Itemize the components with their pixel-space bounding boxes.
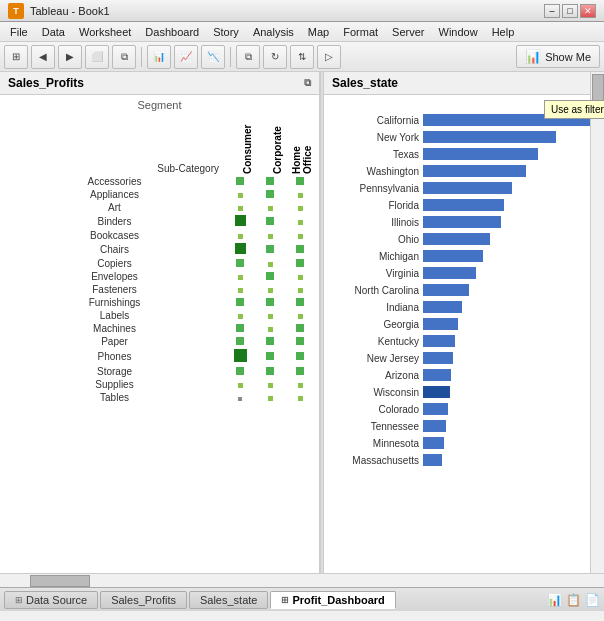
toolbar-forward[interactable]: ▶ [58, 45, 82, 69]
toolbar-duplicate[interactable]: ⧉ [112, 45, 136, 69]
right-panel-header: Sales_state [324, 72, 604, 95]
menu-story[interactable]: Story [207, 24, 245, 40]
bar-fill[interactable] [423, 250, 483, 262]
bar-background [423, 165, 600, 177]
profit-dot [268, 314, 273, 319]
close-button[interactable]: ✕ [580, 4, 596, 18]
toolbar-filter[interactable]: ⧉ [236, 45, 260, 69]
new-story-icon[interactable]: 📄 [585, 593, 600, 607]
menu-window[interactable]: Window [433, 24, 484, 40]
dot-cell [255, 188, 285, 201]
tab-sales-state-label: Sales_state [200, 594, 257, 606]
tab-profit-dashboard[interactable]: ⊞ Profit_Dashboard [270, 591, 395, 609]
bar-fill[interactable] [423, 369, 451, 381]
app-window: T Tableau - Book1 – □ ✕ File Data Worksh… [0, 0, 604, 621]
sub-cat-cell: Art [4, 201, 225, 214]
external-link-icon[interactable]: ⧉ [304, 77, 311, 89]
profit-dot [298, 314, 303, 319]
tab-data-source[interactable]: ⊞ Data Source [4, 591, 98, 609]
bar-label: California [328, 115, 423, 126]
bar-fill[interactable] [423, 420, 446, 432]
menu-worksheet[interactable]: Worksheet [73, 24, 137, 40]
bar-fill[interactable] [423, 403, 448, 415]
bar-label: Michigan [328, 251, 423, 262]
toolbar-save[interactable]: ⊞ [4, 45, 28, 69]
menu-dashboard[interactable]: Dashboard [139, 24, 205, 40]
col-home-office: Home Office [285, 115, 315, 175]
bar-fill[interactable] [423, 182, 512, 194]
bar-fill[interactable] [423, 267, 476, 279]
bar-fill[interactable] [423, 335, 455, 347]
bar-fill[interactable] [423, 216, 501, 228]
toolbar-sort[interactable]: ⇅ [290, 45, 314, 69]
table-row: Fasteners [4, 283, 315, 296]
toolbar-chart3[interactable]: 📉 [201, 45, 225, 69]
minimize-button[interactable]: – [544, 4, 560, 18]
dot-cell [255, 242, 285, 257]
profit-dot [236, 298, 244, 306]
sub-cat-cell: Bookcases [4, 229, 225, 242]
menu-map[interactable]: Map [302, 24, 335, 40]
dot-cell [255, 214, 285, 229]
tab-sales-profits[interactable]: Sales_Profits [100, 591, 187, 609]
bar-background [423, 454, 600, 466]
menu-data[interactable]: Data [36, 24, 71, 40]
menu-server[interactable]: Server [386, 24, 430, 40]
toolbar-present[interactable]: ▷ [317, 45, 341, 69]
show-me-button[interactable]: 📊 Show Me [516, 45, 600, 68]
toolbar-new-sheet[interactable]: ⬜ [85, 45, 109, 69]
sub-cat-cell: Tables [4, 391, 225, 404]
bar-fill[interactable] [423, 131, 556, 143]
bar-fill[interactable] [423, 301, 462, 313]
loss-dot [238, 397, 242, 401]
new-sheet-icon[interactable]: 📊 [547, 593, 562, 607]
bar-fill[interactable] [423, 284, 469, 296]
left-panel-title: Sales_Profits [8, 76, 84, 90]
toolbar-chart1[interactable]: 📊 [147, 45, 171, 69]
toolbar-back[interactable]: ◀ [31, 45, 55, 69]
dot-cell [225, 175, 255, 188]
dot-cell [285, 309, 315, 322]
bar-fill[interactable] [423, 437, 444, 449]
bar-fill[interactable] [423, 352, 453, 364]
profit-dot [238, 383, 243, 388]
dot-cell [255, 309, 285, 322]
profit-dot [298, 396, 303, 401]
bottom-scrollbar[interactable] [0, 573, 604, 587]
maximize-button[interactable]: □ [562, 4, 578, 18]
right-scrollbar[interactable] [590, 72, 604, 573]
left-chart-area: Segment Sub-Category Consumer Corporate … [0, 95, 319, 566]
profit-dot [296, 324, 304, 332]
bar-chart: CaliforniaNew YorkTexasWashingtonPennsyl… [328, 112, 600, 468]
bar-fill[interactable] [423, 165, 526, 177]
menu-file[interactable]: File [4, 24, 34, 40]
new-dashboard-icon[interactable]: 📋 [566, 593, 581, 607]
table-row: Bookcases [4, 229, 315, 242]
dot-cell [225, 242, 255, 257]
sub-cat-cell: Paper [4, 335, 225, 348]
h-scroll-thumb[interactable] [30, 575, 90, 587]
bar-fill[interactable] [423, 148, 538, 160]
toolbar-chart2[interactable]: 📈 [174, 45, 198, 69]
bar-fill[interactable] [423, 386, 450, 398]
bar-fill[interactable] [423, 233, 490, 245]
bar-fill[interactable] [423, 318, 458, 330]
menu-format[interactable]: Format [337, 24, 384, 40]
list-item: Virginia [328, 265, 600, 281]
window-controls: – □ ✕ [544, 4, 596, 18]
toolbar-refresh[interactable]: ↻ [263, 45, 287, 69]
tab-sales-state[interactable]: Sales_state [189, 591, 268, 609]
menu-analysis[interactable]: Analysis [247, 24, 300, 40]
table-row: Tables [4, 391, 315, 404]
bar-fill[interactable] [423, 199, 504, 211]
dot-cell [225, 257, 255, 270]
list-item: New York [328, 129, 600, 145]
dot-cell [255, 391, 285, 404]
bar-background [423, 420, 600, 432]
sub-cat-cell: Chairs [4, 242, 225, 257]
menu-help[interactable]: Help [486, 24, 521, 40]
table-row: Appliances [4, 188, 315, 201]
list-item: Georgia [328, 316, 600, 332]
bar-fill[interactable] [423, 454, 442, 466]
table-row: Accessories [4, 175, 315, 188]
